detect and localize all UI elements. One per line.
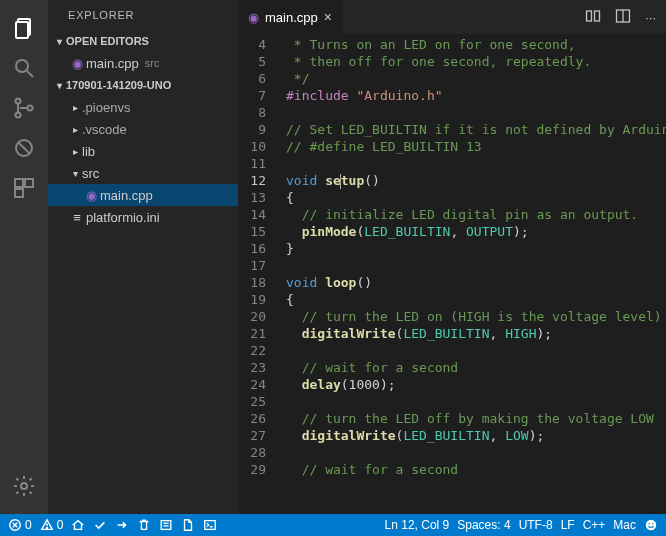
svg-rect-22 — [162, 521, 172, 530]
svg-rect-1 — [16, 22, 28, 38]
activity-explorer-icon[interactable] — [0, 8, 48, 48]
status-check-icon[interactable] — [93, 518, 107, 532]
status-new-file-icon[interactable] — [181, 518, 195, 532]
more-icon[interactable]: ··· — [645, 10, 656, 25]
folder-lib[interactable]: ▸ lib — [48, 140, 238, 162]
activity-search-icon[interactable] — [0, 48, 48, 88]
activity-scm-icon[interactable] — [0, 88, 48, 128]
chevron-down-icon: ▾ — [52, 80, 66, 91]
status-os[interactable]: Mac — [613, 518, 636, 532]
status-upload-icon[interactable] — [115, 518, 129, 532]
file-label: platformio.ini — [86, 210, 160, 225]
compare-icon[interactable] — [585, 8, 601, 27]
file-platformio-ini[interactable]: ≡ platformio.ini — [48, 206, 238, 228]
split-editor-icon[interactable] — [615, 8, 631, 27]
close-icon[interactable]: × — [324, 9, 332, 25]
ini-file-icon: ≡ — [68, 210, 86, 225]
svg-point-27 — [648, 523, 650, 525]
chevron-right-icon: ▸ — [68, 124, 82, 135]
open-editor-dir: src — [145, 57, 160, 69]
folder-pioenvs[interactable]: ▸ .pioenvs — [48, 96, 238, 118]
activity-settings-icon[interactable] — [0, 466, 48, 506]
folder-src[interactable]: ▾ src — [48, 162, 238, 184]
activity-extensions-icon[interactable] — [0, 168, 48, 208]
status-tasks-icon[interactable] — [159, 518, 173, 532]
open-editors-header[interactable]: ▾ OPEN EDITORS — [48, 30, 238, 52]
status-lang[interactable]: C++ — [583, 518, 606, 532]
status-encoding[interactable]: UTF-8 — [519, 518, 553, 532]
cpp-file-icon: ◉ — [82, 188, 100, 203]
chevron-right-icon: ▸ — [68, 102, 82, 113]
svg-rect-25 — [205, 521, 216, 530]
svg-point-28 — [652, 523, 654, 525]
status-home-icon[interactable] — [71, 518, 85, 532]
editor-group: ◉ main.cpp × ··· 45678910111213141516171… — [238, 0, 666, 514]
warning-icon — [40, 518, 54, 532]
project-label: 170901-141209-UNO — [66, 79, 171, 91]
tab-bar: ◉ main.cpp × ··· — [238, 0, 666, 34]
status-bar: 0 0 Ln 12, Col 9 Spaces: 4 UTF-8 LF C++ … — [0, 514, 666, 536]
status-feedback-icon[interactable] — [644, 518, 658, 532]
status-warnings[interactable]: 0 — [40, 518, 64, 532]
activity-debug-icon[interactable] — [0, 128, 48, 168]
chevron-right-icon: ▸ — [68, 146, 82, 157]
svg-point-12 — [21, 483, 27, 489]
sidebar-title: EXPLORER — [48, 0, 238, 30]
folder-label: .vscode — [82, 122, 127, 137]
tab-main-cpp[interactable]: ◉ main.cpp × — [238, 0, 343, 34]
svg-rect-13 — [587, 11, 592, 21]
sidebar: EXPLORER ▾ OPEN EDITORS ◉ main.cpp src ▾… — [48, 0, 238, 514]
status-trash-icon[interactable] — [137, 518, 151, 532]
svg-rect-9 — [15, 179, 23, 187]
cpp-file-icon: ◉ — [68, 56, 86, 71]
file-main-cpp[interactable]: ◉ main.cpp — [48, 184, 238, 206]
cpp-file-icon: ◉ — [248, 10, 259, 25]
svg-rect-14 — [595, 11, 600, 21]
svg-point-6 — [28, 106, 33, 111]
code-editor[interactable]: 4567891011121314151617181920212223242526… — [238, 34, 666, 514]
chevron-down-icon: ▾ — [52, 36, 66, 47]
status-eol[interactable]: LF — [561, 518, 575, 532]
activity-bar — [0, 0, 48, 514]
chevron-down-icon: ▾ — [68, 168, 82, 179]
svg-point-4 — [16, 99, 21, 104]
code-content[interactable]: * Turns on an LED on for one second, * t… — [278, 34, 666, 514]
svg-line-8 — [18, 142, 30, 154]
status-errors[interactable]: 0 — [8, 518, 32, 532]
file-label: main.cpp — [100, 188, 153, 203]
open-editor-name: main.cpp — [86, 56, 139, 71]
svg-rect-11 — [15, 189, 23, 197]
svg-point-5 — [16, 113, 21, 118]
folder-vscode[interactable]: ▸ .vscode — [48, 118, 238, 140]
folder-label: src — [82, 166, 99, 181]
status-terminal-icon[interactable] — [203, 518, 217, 532]
tab-label: main.cpp — [265, 10, 318, 25]
status-spaces[interactable]: Spaces: 4 — [457, 518, 510, 532]
open-editors-label: OPEN EDITORS — [66, 35, 149, 47]
open-editor-item[interactable]: ◉ main.cpp src — [48, 52, 238, 74]
line-gutter: 4567891011121314151617181920212223242526… — [238, 34, 278, 514]
status-cursor[interactable]: Ln 12, Col 9 — [385, 518, 450, 532]
svg-point-26 — [646, 520, 657, 531]
project-header[interactable]: ▾ 170901-141209-UNO — [48, 74, 238, 96]
svg-line-3 — [27, 71, 33, 77]
folder-label: lib — [82, 144, 95, 159]
folder-label: .pioenvs — [82, 100, 130, 115]
svg-point-2 — [16, 60, 28, 72]
svg-point-21 — [46, 527, 47, 528]
error-icon — [8, 518, 22, 532]
svg-rect-10 — [25, 179, 33, 187]
